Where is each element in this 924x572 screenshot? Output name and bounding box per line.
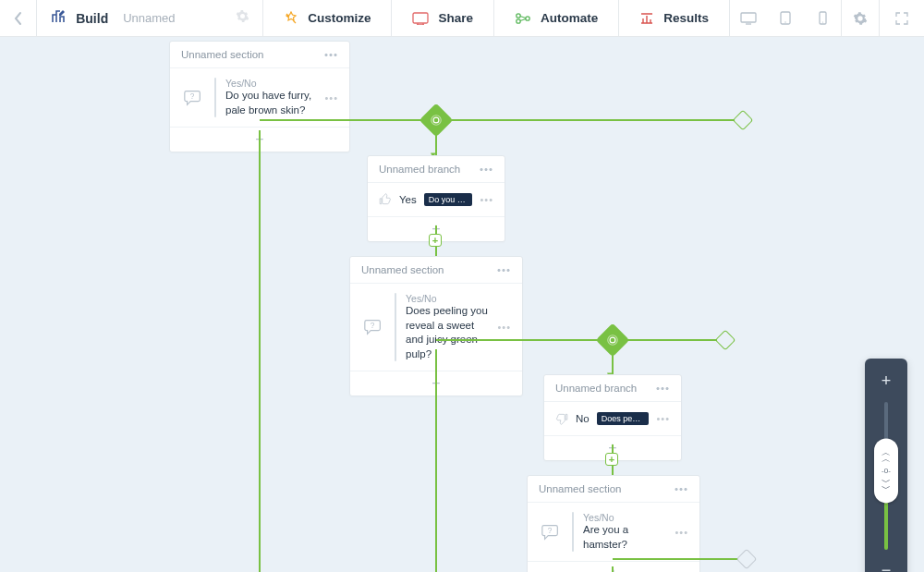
svg-text:?: ? xyxy=(371,322,375,330)
question-text: Are you a hamster? xyxy=(583,523,665,552)
zoom-level: -0- xyxy=(881,467,891,475)
svg-point-11 xyxy=(432,116,442,126)
zoom-out-button[interactable]: − xyxy=(878,557,895,572)
thumbs-down-icon xyxy=(555,409,568,428)
more-button[interactable]: ••• xyxy=(656,383,670,394)
section-title: Unnamed section xyxy=(181,49,264,60)
thumbs-up-icon xyxy=(379,190,392,209)
branch-condition-pill: Does peeling you reveal a swee… xyxy=(597,412,650,425)
project-settings-button[interactable] xyxy=(236,9,249,27)
chevron-down-icon: ﹀ xyxy=(881,484,891,493)
tab-share[interactable]: Share xyxy=(392,0,494,36)
tab-share-label: Share xyxy=(438,11,473,25)
branch-answer: Yes xyxy=(399,194,417,205)
svg-point-2 xyxy=(517,18,520,22)
svg-rect-0 xyxy=(413,13,428,23)
question-text: Do you have furry, pale brown skin? xyxy=(225,89,315,117)
add-node-button[interactable]: + xyxy=(605,453,618,466)
zoom-in-button[interactable]: + xyxy=(878,368,895,395)
condition-more-button[interactable]: ••• xyxy=(480,194,493,205)
add-node-button[interactable]: + xyxy=(429,234,442,247)
section-title: Unnamed section xyxy=(361,264,444,275)
chevron-left-icon xyxy=(14,11,23,26)
svg-point-10 xyxy=(433,117,439,123)
question-more-button[interactable]: ••• xyxy=(324,92,338,103)
svg-text:?: ? xyxy=(548,526,553,534)
svg-point-8 xyxy=(821,21,822,22)
branch-condition-row[interactable]: No Does peeling you reveal a swee… ••• xyxy=(544,401,681,435)
tab-results-label: Results xyxy=(663,11,709,25)
device-switcher xyxy=(730,0,924,36)
question-type: Yes/No xyxy=(225,78,315,89)
branch-answer: No xyxy=(576,413,590,424)
question-icon: ? xyxy=(181,86,205,110)
zoom-control: + ︿ ︿ -0- ﹀ ﹀ − xyxy=(865,359,907,572)
branch-title: Unnamed branch xyxy=(555,383,637,394)
gear-icon xyxy=(853,11,868,26)
connector-line xyxy=(259,130,261,572)
tab-automate-label: Automate xyxy=(541,11,598,25)
branch-end-diamond[interactable] xyxy=(733,110,754,131)
tab-automate[interactable]: Automate xyxy=(494,0,619,36)
svg-point-1 xyxy=(517,13,520,17)
add-question-button[interactable]: + xyxy=(528,561,699,572)
back-button[interactable] xyxy=(0,0,37,36)
tab-customize-label: Customize xyxy=(308,11,371,25)
settings-button[interactable] xyxy=(842,11,879,26)
automate-icon xyxy=(515,12,531,25)
svg-point-6 xyxy=(784,21,785,22)
question-text: Does peeling you reveal a sweet and juic… xyxy=(406,304,488,361)
tab-results[interactable]: Results xyxy=(619,0,730,36)
customize-icon xyxy=(284,11,298,26)
svg-point-14 xyxy=(608,335,618,346)
more-button[interactable]: ••• xyxy=(497,264,511,275)
chevron-up-icon: ︿ xyxy=(881,455,891,464)
top-bar: Build Unnamed Customize Share Automate R… xyxy=(0,0,924,37)
results-icon xyxy=(639,12,654,25)
zoom-slider[interactable]: ︿ ︿ -0- ﹀ ﹀ xyxy=(884,402,888,550)
tablet-icon xyxy=(780,11,791,25)
build-icon xyxy=(50,8,67,29)
gear-icon xyxy=(236,9,249,23)
mobile-icon xyxy=(819,11,827,25)
flow-canvas[interactable]: Unnamed section ••• ? Yes/No Do you have… xyxy=(0,37,924,572)
project-name: Unnamed xyxy=(123,11,175,25)
question-row[interactable]: ? Yes/No Are you a hamster? ••• xyxy=(528,502,699,561)
question-row[interactable]: ? Yes/No Do you have furry, pale brown s… xyxy=(170,67,349,127)
tab-customize[interactable]: Customize xyxy=(263,0,392,36)
fullscreen-button[interactable] xyxy=(880,12,924,25)
branch-title: Unnamed branch xyxy=(379,164,460,175)
branch-condition-pill: Do you have furry, pale brown … xyxy=(424,193,473,206)
condition-more-button[interactable]: ••• xyxy=(656,413,670,424)
question-type: Yes/No xyxy=(583,512,665,523)
branch-end-diamond[interactable] xyxy=(715,330,736,351)
more-button[interactable]: ••• xyxy=(675,483,688,494)
connector-line xyxy=(436,339,724,341)
device-tablet-button[interactable] xyxy=(767,11,804,25)
svg-point-3 xyxy=(526,16,529,19)
svg-rect-4 xyxy=(741,13,756,22)
branch-condition-row[interactable]: Yes Do you have furry, pale brown … ••• xyxy=(368,182,505,216)
question-type: Yes/No xyxy=(406,293,488,304)
build-label: Build xyxy=(76,11,108,26)
question-more-button[interactable]: ••• xyxy=(497,322,511,333)
branch-end-diamond-inactive[interactable] xyxy=(736,549,758,570)
device-mobile-button[interactable] xyxy=(804,11,841,25)
connector-line xyxy=(260,119,740,121)
expand-icon xyxy=(895,12,908,25)
question-icon: ? xyxy=(539,520,563,544)
question-more-button[interactable]: ••• xyxy=(675,527,688,538)
more-button[interactable]: ••• xyxy=(324,49,338,60)
connector-line xyxy=(435,349,437,572)
connector-line xyxy=(612,566,614,572)
zoom-handle[interactable]: ︿ ︿ -0- ﹀ ﹀ xyxy=(874,438,898,503)
connector-line xyxy=(613,558,746,560)
question-icon: ? xyxy=(361,315,385,339)
svg-text:?: ? xyxy=(190,91,195,100)
more-button[interactable]: ••• xyxy=(480,164,493,175)
desktop-icon xyxy=(740,12,757,25)
section-title: Unnamed section xyxy=(539,483,622,494)
device-desktop-button[interactable] xyxy=(730,12,767,25)
build-tab[interactable]: Build Unnamed xyxy=(37,0,263,36)
svg-point-13 xyxy=(610,337,615,343)
